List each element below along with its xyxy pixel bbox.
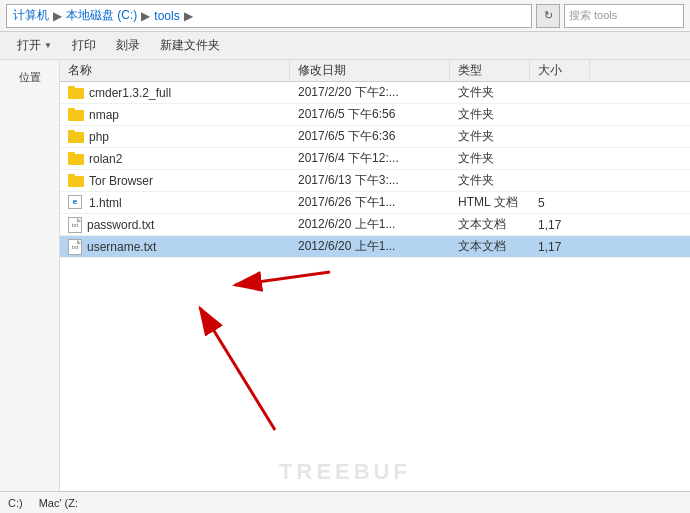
breadcrumb-folder[interactable]: tools — [154, 9, 179, 23]
file-size-cell: 1,17 — [530, 240, 590, 254]
file-rows: cmder1.3.2_full 2017/2/20 下午2:... 文件夹 nm… — [60, 82, 690, 258]
file-name: cmder1.3.2_full — [89, 86, 171, 100]
search-placeholder: 搜索 tools — [569, 8, 617, 23]
col-header-date[interactable]: 修改日期 — [290, 60, 450, 81]
folder-icon — [68, 130, 84, 143]
folder-icon — [68, 174, 84, 187]
main-layout: 位置 名称 修改日期 类型 大小 cmder1.3.2_full 2017/2/… — [0, 60, 690, 491]
sidebar-item-location[interactable]: 位置 — [4, 68, 55, 87]
sidebar: 位置 — [0, 60, 60, 491]
status-bar: C:) Mac' (Z: — [0, 491, 690, 513]
open-dropdown-arrow: ▼ — [44, 41, 52, 50]
folder-icon — [68, 108, 84, 121]
file-date-cell: 2012/6/20 上午1... — [290, 216, 450, 233]
breadcrumb-computer[interactable]: 计算机 — [13, 7, 49, 24]
new-folder-label: 新建文件夹 — [160, 37, 220, 54]
table-row[interactable]: txt password.txt 2012/6/20 上午1... 文本文档 1… — [60, 214, 690, 236]
file-name: php — [89, 130, 109, 144]
col-header-name[interactable]: 名称 — [60, 60, 290, 81]
file-type-cell: 文件夹 — [450, 150, 530, 167]
file-type-cell: 文本文档 — [450, 238, 530, 255]
breadcrumb-sep-3: ▶ — [184, 9, 193, 23]
toolbar: 打开 ▼ 打印 刻录 新建文件夹 — [0, 32, 690, 60]
table-row[interactable]: txt username.txt 2012/6/20 上午1... 文本文档 1… — [60, 236, 690, 258]
file-list-container: 名称 修改日期 类型 大小 cmder1.3.2_full 2017/2/20 … — [60, 60, 690, 491]
file-name: Tor Browser — [89, 174, 153, 188]
file-date-cell: 2012/6/20 上午1... — [290, 238, 450, 255]
table-row[interactable]: Tor Browser 2017/6/13 下午3:... 文件夹 — [60, 170, 690, 192]
breadcrumb-sep-2: ▶ — [141, 9, 150, 23]
file-date-cell: 2017/6/26 下午1... — [290, 194, 450, 211]
file-date-cell: 2017/6/5 下午6:36 — [290, 128, 450, 145]
status-drive-z: Mac' (Z: — [39, 497, 78, 509]
file-size-cell: 1,17 — [530, 218, 590, 232]
file-date-cell: 2017/2/20 下午2:... — [290, 84, 450, 101]
address-bar: 计算机 ▶ 本地磁盘 (C:) ▶ tools ▶ ↻ 搜索 tools — [0, 0, 690, 32]
file-type-cell: HTML 文档 — [450, 194, 530, 211]
col-header-size[interactable]: 大小 — [530, 60, 590, 81]
file-name: rolan2 — [89, 152, 122, 166]
file-list-header: 名称 修改日期 类型 大小 — [60, 60, 690, 82]
file-date-cell: 2017/6/13 下午3:... — [290, 172, 450, 189]
open-button[interactable]: 打开 ▼ — [8, 35, 61, 57]
file-size-cell: 5 — [530, 196, 590, 210]
drive-z-label: Mac' (Z: — [39, 497, 78, 509]
drive-c-label: C:) — [8, 497, 23, 509]
print-label: 打印 — [72, 37, 96, 54]
file-type-cell: 文件夹 — [450, 106, 530, 123]
file-type-cell: 文本文档 — [450, 216, 530, 233]
file-name: password.txt — [87, 218, 154, 232]
file-name-cell: nmap — [60, 108, 290, 122]
file-name-cell: 1.html — [60, 195, 290, 211]
file-name: 1.html — [89, 196, 122, 210]
table-row[interactable]: nmap 2017/6/5 下午6:56 文件夹 — [60, 104, 690, 126]
refresh-button[interactable]: ↻ — [536, 4, 560, 28]
file-type-cell: 文件夹 — [450, 84, 530, 101]
file-type-cell: 文件夹 — [450, 172, 530, 189]
breadcrumb-drive[interactable]: 本地磁盘 (C:) — [66, 7, 137, 24]
status-drive-c: C:) — [8, 497, 23, 509]
col-header-type[interactable]: 类型 — [450, 60, 530, 81]
file-name-cell: txt username.txt — [60, 239, 290, 255]
new-folder-button[interactable]: 新建文件夹 — [151, 35, 229, 57]
file-name: nmap — [89, 108, 119, 122]
file-name-cell: cmder1.3.2_full — [60, 86, 290, 100]
file-type-cell: 文件夹 — [450, 128, 530, 145]
folder-icon — [68, 152, 84, 165]
html-icon — [68, 195, 84, 211]
file-name-cell: Tor Browser — [60, 174, 290, 188]
table-row[interactable]: rolan2 2017/6/4 下午12:... 文件夹 — [60, 148, 690, 170]
folder-icon — [68, 86, 84, 99]
search-input[interactable]: 搜索 tools — [564, 4, 684, 28]
open-label: 打开 — [17, 37, 41, 54]
file-date-cell: 2017/6/4 下午12:... — [290, 150, 450, 167]
breadcrumb-sep-1: ▶ — [53, 9, 62, 23]
file-name-cell: php — [60, 130, 290, 144]
file-name-cell: txt password.txt — [60, 217, 290, 233]
burn-label: 刻录 — [116, 37, 140, 54]
table-row[interactable]: cmder1.3.2_full 2017/2/20 下午2:... 文件夹 — [60, 82, 690, 104]
breadcrumb[interactable]: 计算机 ▶ 本地磁盘 (C:) ▶ tools ▶ — [6, 4, 532, 28]
txt-icon: txt — [68, 217, 82, 233]
file-name: username.txt — [87, 240, 156, 254]
table-row[interactable]: php 2017/6/5 下午6:36 文件夹 — [60, 126, 690, 148]
txt-icon: txt — [68, 239, 82, 255]
burn-button[interactable]: 刻录 — [107, 35, 149, 57]
file-date-cell: 2017/6/5 下午6:56 — [290, 106, 450, 123]
print-button[interactable]: 打印 — [63, 35, 105, 57]
table-row[interactable]: 1.html 2017/6/26 下午1... HTML 文档 5 — [60, 192, 690, 214]
file-name-cell: rolan2 — [60, 152, 290, 166]
